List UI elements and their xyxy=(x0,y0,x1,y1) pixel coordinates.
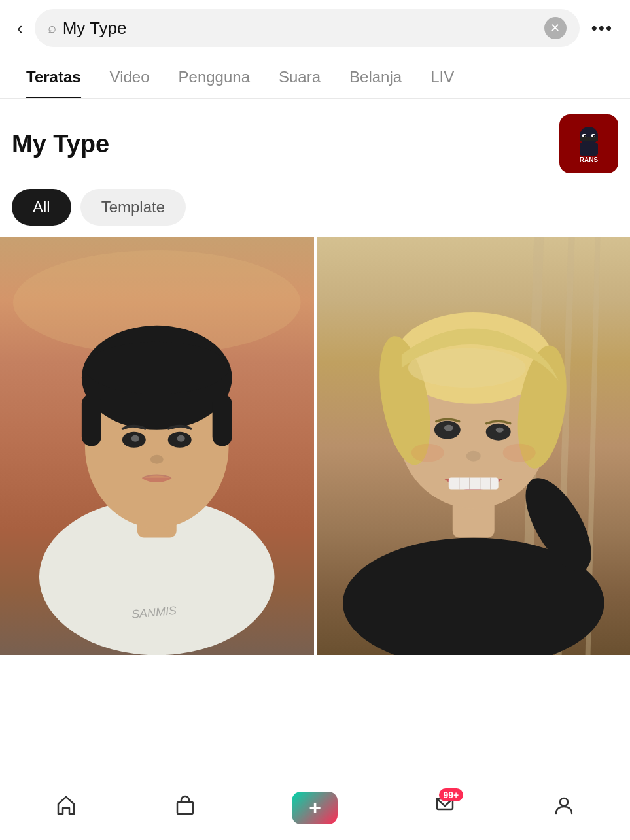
svg-text:RANS: RANS xyxy=(580,156,599,163)
avatar[interactable]: RANS xyxy=(559,114,618,173)
svg-point-42 xyxy=(466,451,480,462)
search-input-wrap[interactable]: ⌕ My Type ✕ xyxy=(35,9,580,47)
svg-rect-2 xyxy=(580,143,598,156)
svg-point-41 xyxy=(502,444,535,462)
svg-rect-16 xyxy=(213,394,232,446)
profile-icon xyxy=(552,794,576,822)
svg-point-39 xyxy=(495,428,503,433)
tabs-bar: Teratas Video Pengguna Suara Belanja LIV xyxy=(0,56,630,99)
svg-point-35 xyxy=(408,348,525,388)
more-button[interactable]: ••• xyxy=(586,16,618,41)
search-icon: ⌕ xyxy=(48,20,56,37)
svg-point-20 xyxy=(131,435,139,442)
svg-point-22 xyxy=(150,455,164,464)
nav-add[interactable]: + xyxy=(292,792,338,824)
tab-pengguna[interactable]: Pengguna xyxy=(164,56,264,98)
filter-all-button[interactable]: All xyxy=(12,189,71,226)
tab-teratas[interactable]: Teratas xyxy=(12,56,96,98)
svg-point-21 xyxy=(177,435,185,442)
svg-rect-7 xyxy=(580,137,598,141)
filter-template-button[interactable]: Template xyxy=(80,189,186,226)
svg-point-17 xyxy=(85,342,229,394)
svg-rect-6 xyxy=(593,135,595,137)
svg-point-40 xyxy=(411,444,444,462)
svg-rect-15 xyxy=(82,394,101,446)
add-button[interactable]: + xyxy=(292,792,338,824)
filter-row: All Template xyxy=(0,184,630,237)
video-grid: SANMIS xyxy=(0,237,630,655)
section-title: My Type xyxy=(12,130,109,158)
svg-rect-48 xyxy=(177,802,193,814)
svg-rect-5 xyxy=(584,135,586,137)
nav-shop[interactable] xyxy=(173,794,197,822)
video-card-2[interactable] xyxy=(317,237,631,655)
home-icon xyxy=(54,794,78,822)
back-button[interactable]: ‹ xyxy=(12,16,28,41)
add-icon: + xyxy=(309,796,321,820)
tab-suara[interactable]: Suara xyxy=(264,56,335,98)
bottom-nav: + 99+ xyxy=(0,775,630,840)
video-card-1[interactable]: SANMIS xyxy=(0,237,314,655)
content-header: My Type RANS xyxy=(0,99,630,184)
tab-live[interactable]: LIV xyxy=(416,56,468,98)
inbox-badge: 99+ xyxy=(439,788,464,801)
clear-icon: ✕ xyxy=(550,21,560,35)
shop-icon xyxy=(173,794,197,822)
nav-inbox[interactable]: 99+ xyxy=(433,794,457,822)
clear-button[interactable]: ✕ xyxy=(544,17,567,39)
search-bar: ‹ ⌕ My Type ✕ ••• xyxy=(0,0,630,56)
svg-point-38 xyxy=(444,425,453,431)
tab-video[interactable]: Video xyxy=(96,56,164,98)
nav-home[interactable] xyxy=(54,794,78,822)
tab-belanja[interactable]: Belanja xyxy=(335,56,416,98)
search-query-text: My Type xyxy=(63,18,538,39)
nav-profile[interactable] xyxy=(552,794,576,822)
svg-point-49 xyxy=(560,798,568,806)
